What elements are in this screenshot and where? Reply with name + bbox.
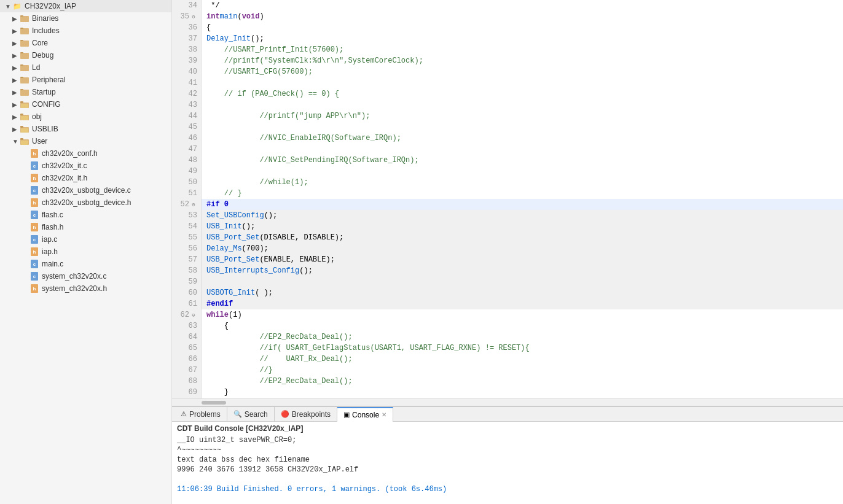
code-line-63[interactable]: { [202, 320, 843, 331]
sidebar-item-ch32v20x_usbotg_device.h[interactable]: hch32v20x_usbotg_device.h [0, 196, 171, 209]
code-line-49[interactable] [202, 166, 843, 177]
sidebar-item-user[interactable]: ▼User [0, 135, 171, 147]
icon-config [20, 99, 29, 109]
code-line-57[interactable]: USB_Port_Set(ENABLE, ENABLE); [202, 254, 843, 265]
code-line-65[interactable]: //if( USART_GetFlagStatus(USART1, USART_… [202, 343, 843, 354]
code-line-34[interactable]: */ [202, 0, 843, 11]
svg-rect-20 [20, 89, 23, 90]
sidebar-item-ch32v20x_conf.h[interactable]: hch32v20x_conf.h [0, 147, 171, 160]
code-line-43[interactable] [202, 99, 843, 110]
label-ch32v20x_it.h: ch32v20x_it.h [42, 174, 87, 182]
code-line-52[interactable]: #if 0 [202, 199, 843, 210]
sidebar-item-system_ch32v20x.h[interactable]: hsystem_ch32v20x.h [0, 282, 171, 295]
sidebar-item-main.c[interactable]: cmain.c [0, 258, 171, 270]
line-numbers: 3435⊖3637383940414243444546474849505152⊖… [172, 0, 202, 398]
code-line-36[interactable]: { [202, 22, 843, 33]
sidebar-item-flash.c[interactable]: cflash.c [0, 209, 171, 221]
code-line-37[interactable]: Delay_Init(); [202, 33, 843, 44]
svg-rect-28 [20, 126, 23, 128]
tab-breakpoints[interactable]: 🔴Breakpoints [275, 407, 337, 422]
svg-rect-8 [20, 40, 23, 41]
label-includes: Includes [32, 26, 60, 35]
code-line-38[interactable]: //USART_Printf_Init(57600); [202, 44, 843, 55]
sidebar-item-startup[interactable]: ▶Startup [0, 86, 171, 98]
code-line-61[interactable]: #endif [202, 298, 843, 309]
code-line-59[interactable] [202, 276, 843, 287]
tab-problems[interactable]: ⚠Problems [174, 407, 227, 422]
code-line-48[interactable]: //NVIC_SetPendingIRQ(Software_IRQn); [202, 155, 843, 166]
code-line-55[interactable]: USB_Port_Set(DISABLE, DISABLE); [202, 232, 843, 243]
code-line-66[interactable]: // UART_Rx_Deal(); [202, 354, 843, 365]
sidebar-item-system_ch32v20x.c[interactable]: csystem_ch32v20x.c [0, 270, 171, 282]
code-line-45[interactable] [202, 122, 843, 133]
code-line-39[interactable]: //printf("SystemClk:%d\r\n",SystemCoreCl… [202, 55, 843, 66]
code-line-47[interactable] [202, 144, 843, 155]
sidebar-root[interactable]: ▼ 📁 CH32V20x_IAP [0, 0, 171, 12]
svg-rect-2 [20, 15, 23, 17]
sidebar-item-peripheral[interactable]: ▶Peripheral [0, 74, 171, 86]
sidebar-item-debug[interactable]: ▶Debug [0, 49, 171, 61]
tab-console[interactable]: ▣Console ✕ [337, 407, 393, 422]
code-line-67[interactable]: //} [202, 365, 843, 376]
code-line-62[interactable]: while(1) [202, 309, 843, 320]
tab-close-console[interactable]: ✕ [382, 411, 386, 418]
sidebar-item-obj[interactable]: ▶obj [0, 110, 171, 123]
fold-icon-52[interactable]: ⊖ [190, 201, 197, 208]
arrow-config: ▶ [12, 101, 20, 108]
svg-rect-31 [20, 138, 23, 140]
label-iap.c: iap.c [42, 235, 57, 244]
line-num-48: 48 [172, 155, 201, 166]
line-num-52: 52⊖ [172, 199, 201, 210]
code-line-41[interactable] [202, 77, 843, 88]
icon-system_ch32v20x.h: h [29, 284, 39, 293]
code-line-54[interactable]: USB_Init(); [202, 221, 843, 232]
sidebar-item-iap.c[interactable]: ciap.c [0, 233, 171, 246]
sidebar-item-core[interactable]: ▶Core [0, 37, 171, 49]
svg-text:c: c [33, 188, 36, 193]
code-line-58[interactable]: USB_Interrupts_Config(); [202, 265, 843, 276]
code-line-46[interactable]: //NVIC_EnableIRQ(Software_IRQn); [202, 133, 843, 144]
code-line-68[interactable]: //EP2_RecData_Deal(); [202, 376, 843, 387]
code-line-53[interactable]: Set_USBConfig(); [202, 210, 843, 221]
hscroll-bar[interactable] [172, 398, 843, 406]
code-line-56[interactable]: Delay_Ms(700); [202, 243, 843, 254]
line-num-35: 35⊖ [172, 11, 201, 22]
sidebar-item-iap.h[interactable]: hiap.h [0, 246, 171, 258]
sidebar-item-ld[interactable]: ▶Ld [0, 61, 171, 74]
line-num-49: 49 [172, 166, 201, 177]
sidebar-item-includes[interactable]: ▶Includes [0, 25, 171, 37]
sidebar-item-ch32v20x_usbotg_device.c[interactable]: cch32v20x_usbotg_device.c [0, 184, 171, 196]
label-flash.h: flash.h [42, 223, 63, 231]
bottom-tabs: ⚠Problems🔍Search🔴Breakpoints▣Console ✕ [172, 407, 843, 422]
svg-rect-17 [20, 77, 23, 78]
hscroll-thumb[interactable] [202, 401, 226, 405]
fold-icon-62[interactable]: ⊖ [190, 311, 197, 319]
sidebar-item-flash.h[interactable]: hflash.h [0, 221, 171, 233]
fold-icon-35[interactable]: ⊖ [190, 13, 197, 20]
code-panel[interactable]: 3435⊖3637383940414243444546474849505152⊖… [172, 0, 843, 398]
sidebar-item-binaries[interactable]: ▶Binaries [0, 12, 171, 25]
tab-icon-search: 🔍 [233, 410, 242, 418]
code-line-60[interactable]: USBOTG_Init( ); [202, 287, 843, 298]
code-line-42[interactable]: // if (PA0_Check() == 0) { [202, 88, 843, 99]
console-content: CDT Build Console [CH32V20x_IAP] __IO ui… [172, 422, 843, 504]
code-line-51[interactable]: // } [202, 188, 843, 199]
code-line-69[interactable]: } [202, 387, 843, 398]
code-line-44[interactable]: //printf("jump APP\r\n"); [202, 110, 843, 122]
label-peripheral: Peripheral [32, 76, 66, 84]
sidebar-item-ch32v20x_it.h[interactable]: hch32v20x_it.h [0, 172, 171, 184]
code-line-40[interactable]: //USART1_CFG(57600); [202, 66, 843, 77]
tab-search[interactable]: 🔍Search [227, 407, 275, 422]
code-content[interactable]: */int main(void){ Delay_Init(); //USART_… [202, 0, 843, 398]
icon-system_ch32v20x.c: c [29, 271, 39, 281]
sidebar-item-usblib[interactable]: ▶USBLIB [0, 123, 171, 135]
sidebar: ▼ 📁 CH32V20x_IAP ▶Binaries▶Includes▶Core… [0, 0, 172, 504]
label-ld: Ld [32, 63, 40, 72]
code-line-35[interactable]: int main(void) [202, 11, 843, 22]
sidebar-item-config[interactable]: ▶CONFIG [0, 98, 171, 110]
arrow-usblib: ▶ [12, 126, 20, 133]
code-line-50[interactable]: //while(1); [202, 177, 843, 188]
code-line-64[interactable]: //EP2_RecData_Deal(); [202, 331, 843, 343]
icon-ch32v20x_it.c: c [29, 161, 39, 171]
sidebar-item-ch32v20x_it.c[interactable]: cch32v20x_it.c [0, 160, 171, 172]
